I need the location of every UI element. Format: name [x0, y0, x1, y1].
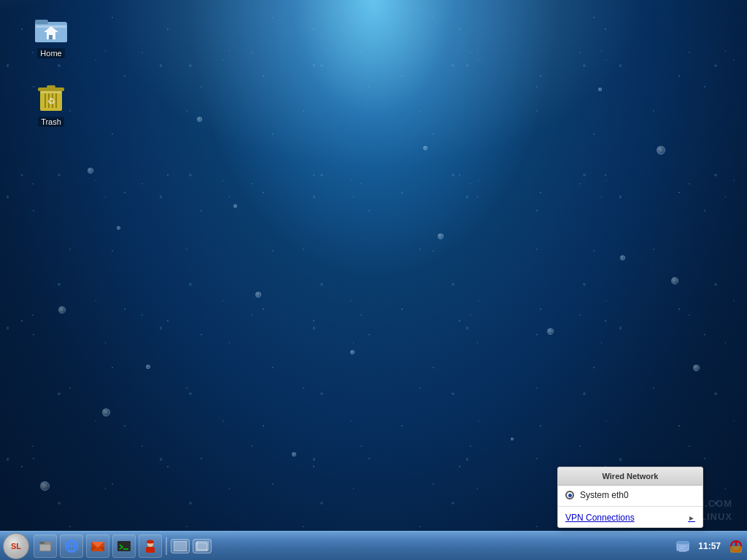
- home-folder-icon-svg: [34, 10, 69, 45]
- power-tray-icon[interactable]: [728, 538, 744, 554]
- clock[interactable]: 11:57: [694, 540, 725, 553]
- home-icon-label: Home: [37, 48, 64, 58]
- network-icon: [676, 539, 690, 553]
- bubble: [438, 233, 444, 239]
- bubble: [40, 481, 50, 491]
- browser-icon: [64, 539, 79, 553]
- taskbar-browser-button[interactable]: [60, 534, 83, 558]
- svg-rect-18: [40, 545, 50, 551]
- bubble: [117, 226, 120, 230]
- svg-rect-30: [146, 547, 155, 553]
- home-icon[interactable]: Home: [22, 7, 80, 61]
- popup-divider: [558, 506, 703, 507]
- bubble: [233, 204, 237, 208]
- window-icon-1: [174, 541, 187, 551]
- taskbar-screenshot-button[interactable]: [139, 534, 162, 558]
- popup-vpn-item[interactable]: VPN Connections ►: [558, 508, 703, 527]
- popup-vpn-arrow: ►: [688, 514, 695, 522]
- bubble: [102, 408, 110, 416]
- svg-rect-43: [730, 546, 742, 553]
- popup-radio-inner: [568, 494, 572, 497]
- svg-rect-5: [49, 35, 53, 39]
- svg-rect-1: [35, 20, 48, 24]
- file-manager-icon: [38, 539, 53, 553]
- network-tray-icon[interactable]: [675, 538, 691, 554]
- bubble: [88, 168, 93, 174]
- svg-rect-15: [41, 91, 61, 93]
- bubble: [255, 292, 261, 298]
- taskbar-window-button-2[interactable]: [193, 539, 212, 553]
- system-tray: 11:57: [675, 538, 744, 554]
- desktop: Home ♻ Trash: [0, 0, 747, 560]
- network-popup: Wired Network System eth0 VPN Connection…: [557, 467, 703, 528]
- desktop-icons-container: Home ♻ Trash: [22, 7, 80, 130]
- bubble: [671, 277, 678, 284]
- bubble: [657, 146, 665, 155]
- bubble: [547, 328, 554, 335]
- svg-rect-6: [36, 26, 66, 28]
- bubble: [423, 146, 427, 150]
- svg-rect-27: [117, 541, 131, 551]
- bubble: [197, 117, 202, 122]
- bubble: [511, 438, 514, 440]
- trash-icon-svg: ♻: [34, 79, 69, 114]
- svg-point-31: [147, 540, 154, 543]
- svg-rect-36: [677, 542, 689, 544]
- svg-rect-32: [174, 541, 187, 551]
- bubble: [693, 365, 700, 371]
- svg-rect-17: [39, 542, 44, 544]
- svg-rect-4: [47, 32, 55, 39]
- svg-rect-2: [35, 25, 67, 42]
- svg-marker-3: [44, 26, 58, 32]
- popup-vpn-label: VPN Connections: [565, 513, 635, 523]
- taskbar-email-button[interactable]: [86, 534, 109, 558]
- sl-logo-label: SL: [11, 542, 21, 551]
- terminal-icon: [117, 539, 131, 553]
- bubble: [350, 350, 355, 354]
- taskbar: SL: [0, 531, 747, 560]
- svg-text:♻: ♻: [47, 96, 55, 106]
- bubble: [146, 365, 150, 369]
- trash-icon[interactable]: ♻ Trash: [22, 76, 80, 130]
- bubble: [598, 88, 602, 91]
- power-icon: [729, 539, 743, 553]
- trash-icon-label: Trash: [38, 117, 64, 127]
- svg-rect-13: [47, 85, 55, 88]
- popup-eth0-item[interactable]: System eth0: [558, 486, 703, 505]
- svg-rect-34: [196, 542, 207, 551]
- taskbar-terminal-button[interactable]: [112, 534, 136, 558]
- email-icon: [90, 540, 105, 553]
- popup-header: Wired Network: [558, 467, 703, 486]
- taskbar-window-button-1[interactable]: [171, 539, 190, 553]
- popup-radio: [565, 491, 574, 499]
- svg-rect-7: [40, 90, 62, 111]
- window-icon-2: [196, 541, 209, 551]
- bubble: [620, 255, 625, 260]
- bubble: [292, 452, 296, 456]
- taskbar-separator-1: [166, 537, 167, 555]
- popup-eth0-label: System eth0: [580, 490, 629, 500]
- svg-rect-12: [38, 88, 64, 91]
- bubble: [58, 306, 66, 314]
- screenshot-icon: [143, 539, 158, 553]
- sl-logo-button[interactable]: SL: [3, 533, 29, 559]
- taskbar-file-manager-button[interactable]: [34, 534, 57, 558]
- svg-rect-0: [35, 22, 67, 42]
